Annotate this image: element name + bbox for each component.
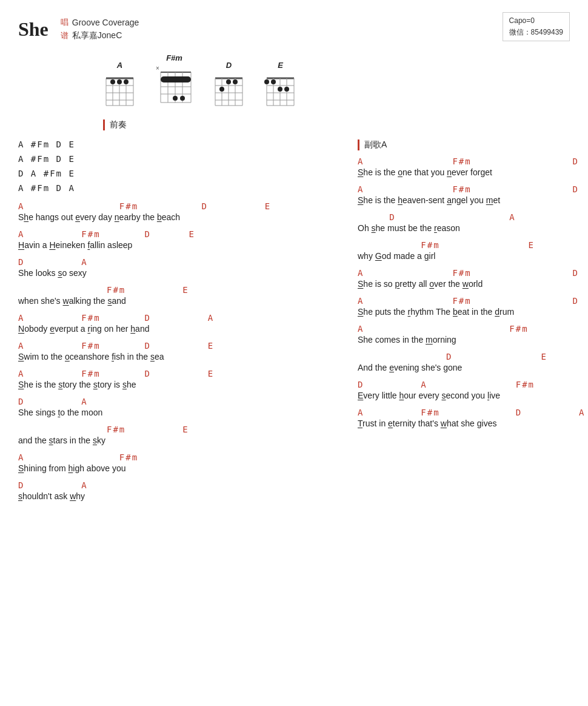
chord-e-name: E bbox=[278, 61, 283, 70]
chorus-block-1: A F#m D E She is the one that you never … bbox=[358, 156, 588, 177]
verse-lyric-6: Swim to the oceanshore fish in the sea bbox=[18, 352, 333, 361]
svg-point-11 bbox=[110, 79, 115, 84]
song-meta: 唱 Groove Coverage 谱 私享嘉JoneC bbox=[61, 12, 139, 41]
chorus-block-7: A F#m She comes in the morning bbox=[358, 324, 588, 345]
chord-d: D bbox=[212, 61, 246, 107]
chorus-lyric-8: And the evening she's gone bbox=[358, 363, 588, 372]
svg-point-51 bbox=[264, 79, 269, 84]
chorus-bar bbox=[358, 140, 359, 150]
svg-point-27 bbox=[180, 96, 185, 101]
intro-chords: A #Fm D E A #Fm D E D A #Fm E A #Fm D A bbox=[18, 140, 333, 193]
verse-lyric-5: Nobody everput a ring on her hand bbox=[18, 324, 333, 334]
chord-e-grid bbox=[264, 72, 297, 107]
chorus-chords-4: F#m E bbox=[358, 240, 588, 250]
verse-block-8: D A She sings to the moon bbox=[18, 397, 333, 417]
verse-block-9: F#m E and the stars in the sky bbox=[18, 425, 333, 445]
svg-point-38 bbox=[226, 79, 231, 84]
verse-chords-4: F#m E bbox=[18, 285, 333, 295]
header: She 唱 Groove Coverage 谱 私享嘉JoneC Capo=0 … bbox=[18, 12, 570, 41]
chorus-block-5: A F#m D A She is so pretty all over the … bbox=[358, 268, 588, 289]
verse-block-11: D A shouldn't ask why bbox=[18, 480, 333, 501]
chord-e: E bbox=[264, 61, 297, 107]
chorus-chords-3: D A bbox=[358, 212, 588, 222]
chorus-chords-8: D E bbox=[358, 352, 588, 361]
verse-lyric-1: She hangs out every day nearby the beach bbox=[18, 212, 333, 222]
svg-text:×: × bbox=[156, 65, 159, 72]
verse-lyric-2: Havin a Heineken fallin asleep bbox=[18, 240, 333, 250]
tabber-line: 谱 私享嘉JoneC bbox=[61, 30, 139, 41]
verse-chords-1: A F#m D E bbox=[18, 201, 333, 211]
svg-point-26 bbox=[173, 96, 178, 101]
chorus-lyric-10: Trust in eternity that's what she gives bbox=[358, 419, 588, 428]
verse-block-1: A F#m D E She hangs out every day nearby… bbox=[18, 201, 333, 222]
verse-chords-5: A F#m D A bbox=[18, 313, 333, 323]
singer-icon: 唱 bbox=[61, 17, 68, 28]
intro-bar bbox=[103, 119, 105, 130]
singer-name: Groove Coverage bbox=[72, 18, 139, 27]
svg-point-13 bbox=[124, 79, 129, 84]
verse-block-2: A F#m D E Havin a Heineken fallin asleep bbox=[18, 229, 333, 250]
chorus-chords-1: A F#m D E bbox=[358, 156, 588, 166]
verse-lyric-8: She sings to the moon bbox=[18, 408, 333, 417]
verse-chords-10: A F#m bbox=[18, 452, 333, 462]
verse-lyric-9: and the stars in the sky bbox=[18, 435, 333, 445]
verse-lyric-4: when she's walking the sand bbox=[18, 296, 333, 306]
capo-box: Capo=0 微信：85499439 bbox=[503, 12, 570, 41]
chorus-lyric-2: She is the heaven-sent angel you met bbox=[358, 195, 588, 205]
chord-a-grid bbox=[103, 72, 136, 107]
tabber-name: 私享嘉JoneC bbox=[72, 30, 122, 41]
wechat-label: 微信：85499439 bbox=[509, 27, 563, 38]
chord-a-name: A bbox=[117, 61, 122, 70]
verse-lyric-7: She is the story the story is she bbox=[18, 380, 333, 389]
chorus-lyric-4: why God made a girl bbox=[358, 251, 588, 261]
verse-block-5: A F#m D A Nobody everput a ring on her h… bbox=[18, 313, 333, 334]
svg-rect-25 bbox=[161, 76, 191, 82]
chorus-lyric-5: She is so pretty all over the world bbox=[358, 279, 588, 289]
chorus-block-9: D A F#m E Every little hour every second… bbox=[358, 380, 588, 400]
right-column: 副歌A A F#m D E She is the one that you ne… bbox=[358, 140, 588, 625]
intro-label: 前奏 bbox=[110, 119, 127, 130]
chorus-chords-9: D A F#m E bbox=[358, 380, 588, 389]
verse-block-6: A F#m D E Swim to the oceanshore fish in… bbox=[18, 341, 333, 361]
chord-fsharp-m: F#m × bbox=[155, 53, 194, 107]
verse-lyric-3: She looks so sexy bbox=[18, 268, 333, 278]
verse-chords-7: A F#m D E bbox=[18, 369, 333, 378]
svg-point-52 bbox=[271, 79, 276, 84]
chord-fsharp-grid: × bbox=[155, 65, 194, 107]
chord-diagrams: A F#m bbox=[103, 53, 570, 107]
intro-line-4: A #Fm D A bbox=[18, 183, 333, 193]
singer-line: 唱 Groove Coverage bbox=[61, 17, 139, 28]
chorus-lyric-6: She puts the rhythm The beat in the drum bbox=[358, 307, 588, 317]
chorus-block-10: A F#m D A Trust in eternity that's what … bbox=[358, 408, 588, 428]
chorus-block-8: D E And the evening she's gone bbox=[358, 352, 588, 372]
chorus-label: 副歌A bbox=[364, 140, 387, 150]
svg-point-40 bbox=[219, 87, 224, 92]
verse-block-7: A F#m D E She is the story the story is … bbox=[18, 369, 333, 389]
intro-line-3: D A #Fm E bbox=[18, 169, 333, 178]
chorus-lyric-3: Oh she must be the reason bbox=[358, 223, 588, 233]
chorus-lyric-1: She is the one that you never forget bbox=[358, 167, 588, 177]
chord-d-grid bbox=[212, 72, 246, 107]
chorus-block-2: A F#m D E She is the heaven-sent angel y… bbox=[358, 184, 588, 205]
song-title: She bbox=[18, 12, 48, 41]
verse-lyric-11: shouldn't ask why bbox=[18, 491, 333, 501]
verse-chords-8: D A bbox=[18, 397, 333, 406]
verse-chords-9: F#m E bbox=[18, 425, 333, 434]
capo-label: Capo=0 bbox=[509, 15, 563, 27]
chorus-chords-7: A F#m bbox=[358, 324, 588, 334]
chord-fsharp-name: F#m bbox=[166, 53, 182, 62]
tab-icon: 谱 bbox=[61, 30, 68, 41]
verse-chords-3: D A bbox=[18, 257, 333, 267]
verse-chords-11: D A bbox=[18, 480, 333, 490]
chorus-chords-6: A F#m D E bbox=[358, 296, 588, 306]
chorus-block-4: F#m E why God made a girl bbox=[358, 240, 588, 261]
left-column: A #Fm D E A #Fm D E D A #Fm E A #Fm D A … bbox=[18, 140, 346, 625]
chorus-chords-5: A F#m D A bbox=[358, 268, 588, 278]
chorus-lyric-9: Every little hour every second you live bbox=[358, 391, 588, 400]
chorus-chords-10: A F#m D A bbox=[358, 408, 588, 417]
chord-d-name: D bbox=[226, 61, 232, 70]
verse-chords-6: A F#m D E bbox=[18, 341, 333, 351]
chorus-block-3: D A Oh she must be the reason bbox=[358, 212, 588, 233]
chorus-section-header: 副歌A bbox=[358, 140, 588, 150]
page: She 唱 Groove Coverage 谱 私享嘉JoneC Capo=0 … bbox=[0, 0, 588, 637]
